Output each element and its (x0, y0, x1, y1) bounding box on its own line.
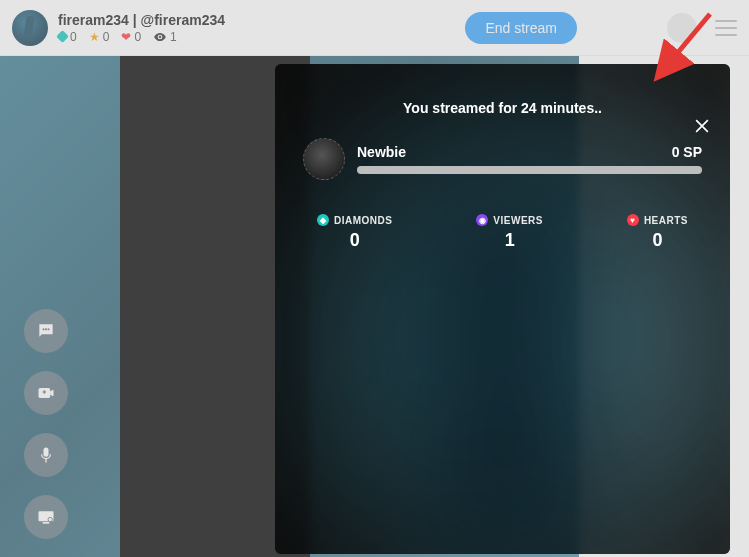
hearts-dot-icon: ♥ (627, 214, 639, 226)
diamond-icon (56, 30, 69, 43)
heart-icon: ❤ (121, 31, 131, 43)
svg-rect-10 (43, 522, 50, 524)
end-stream-button[interactable]: End stream (465, 12, 577, 44)
star-icon: ★ (89, 31, 100, 43)
screen-share-icon (36, 507, 56, 527)
level-progress-bar (357, 166, 702, 174)
chat-icon (36, 321, 56, 341)
stat-stars-value: 0 (103, 30, 110, 44)
summary-viewers: ◉VIEWERS 1 (476, 214, 543, 251)
close-button[interactable] (692, 116, 712, 140)
svg-rect-8 (45, 459, 46, 462)
svg-point-12 (49, 518, 52, 521)
user-block: fireram234 | @fireram234 0 ★0 ❤0 1 (58, 12, 225, 44)
microphone-button[interactable] (24, 433, 68, 477)
svg-point-2 (45, 328, 47, 330)
summary-diamonds-label: DIAMONDS (334, 215, 392, 226)
summary-title: You streamed for 24 minutes.. (275, 100, 730, 116)
svg-rect-6 (44, 390, 45, 393)
menu-icon[interactable] (715, 20, 737, 36)
microphone-icon (36, 445, 56, 465)
chat-button[interactable] (24, 309, 68, 353)
stat-stars: ★0 (89, 30, 110, 44)
stream-summary-modal: You streamed for 24 minutes.. Newbie 0 S… (275, 64, 730, 554)
stat-diamonds: 0 (58, 30, 77, 44)
close-icon (692, 116, 712, 136)
user-stats: 0 ★0 ❤0 1 (58, 30, 225, 44)
svg-rect-7 (44, 448, 49, 457)
summary-diamonds: ◆DIAMONDS 0 (317, 214, 392, 251)
account-avatar[interactable] (667, 13, 697, 43)
add-media-icon (36, 383, 56, 403)
eye-icon (153, 30, 167, 44)
screen-share-button[interactable] (24, 495, 68, 539)
stat-views-value: 1 (170, 30, 177, 44)
username-line: fireram234 | @fireram234 (58, 12, 225, 28)
add-media-button[interactable] (24, 371, 68, 415)
summary-viewers-label: VIEWERS (493, 215, 543, 226)
summary-viewers-value: 1 (476, 230, 543, 251)
user-avatar[interactable] (12, 10, 48, 46)
stat-diamonds-value: 0 (70, 30, 77, 44)
stat-hearts: ❤0 (121, 30, 141, 44)
viewers-dot-icon: ◉ (476, 214, 488, 226)
level-row: Newbie 0 SP (303, 138, 702, 180)
summary-hearts-label: HEARTS (644, 215, 688, 226)
svg-point-0 (159, 35, 161, 37)
svg-point-1 (42, 328, 44, 330)
svg-point-3 (47, 328, 49, 330)
summary-hearts-value: 0 (627, 230, 688, 251)
level-sp: 0 SP (672, 144, 702, 160)
stat-hearts-value: 0 (134, 30, 141, 44)
summary-stats-row: ◆DIAMONDS 0 ◉VIEWERS 1 ♥HEARTS 0 (275, 214, 730, 251)
diamond-dot-icon: ◆ (317, 214, 329, 226)
top-bar: fireram234 | @fireram234 0 ★0 ❤0 1 End s… (0, 0, 749, 56)
level-avatar (303, 138, 345, 180)
summary-diamonds-value: 0 (317, 230, 392, 251)
left-icon-rail (24, 309, 68, 539)
stat-views: 1 (153, 30, 177, 44)
level-name: Newbie (357, 144, 406, 160)
summary-hearts: ♥HEARTS 0 (627, 214, 688, 251)
